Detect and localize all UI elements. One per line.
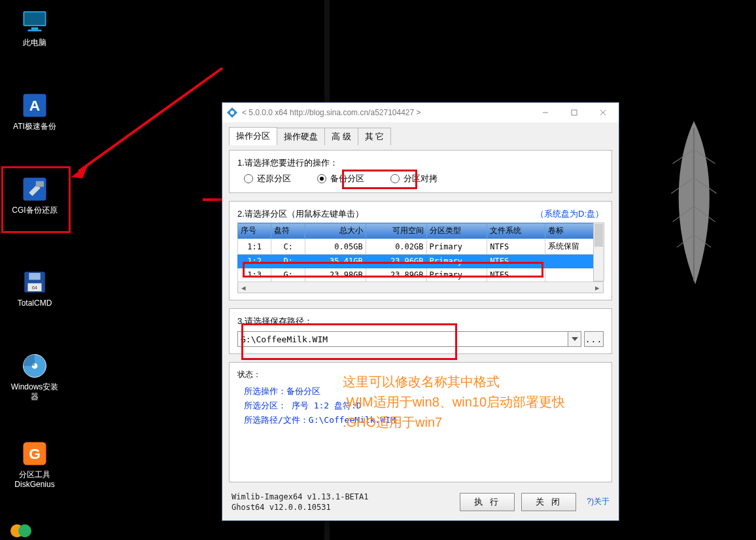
- svg-marker-28: [572, 337, 578, 341]
- th-fs[interactable]: 文件系统: [487, 223, 545, 239]
- maximize-button[interactable]: [560, 103, 589, 122]
- run-button[interactable]: 执 行: [460, 493, 515, 511]
- panel-operation: 1.请选择您要进行的操作： 还原分区 备份分区 分区对拷: [229, 150, 612, 193]
- svg-rect-3: [28, 29, 42, 31]
- annotation-highlight-selected-row: [243, 262, 543, 278]
- tab-other[interactable]: 其 它: [358, 128, 392, 145]
- window-title: < 5.0.0.0 x64 http://blog.sina.com.cn/a5…: [242, 108, 531, 117]
- svg-rect-9: [29, 273, 41, 280]
- titlebar[interactable]: < 5.0.0.0 x64 http://blog.sina.com.cn/a5…: [222, 103, 619, 122]
- letter-a-icon: A: [21, 92, 48, 119]
- th-index[interactable]: 序号: [238, 223, 271, 239]
- radio-restore[interactable]: 还原分区: [244, 173, 291, 185]
- browse-button[interactable]: ...: [584, 331, 604, 347]
- svg-marker-18: [72, 165, 88, 178]
- svg-text:A: A: [29, 97, 40, 114]
- desktop-icon-ati-backup[interactable]: A ATI极速备份: [9, 92, 60, 132]
- floppy-icon: 64: [21, 268, 48, 296]
- desktop-icon-label: ATI极速备份: [9, 122, 60, 132]
- app-icon: [226, 107, 238, 118]
- annotation-highlight-cgi-icon: [1, 166, 71, 233]
- desktop-icon-label: TotalCMD: [9, 298, 60, 308]
- partition-row[interactable]: 1:1 C: 0.05GB 0.02GB Primary NTFS 系统保留: [238, 239, 604, 255]
- desktop-icon-label: 分区工具 DiskGenius: [9, 470, 60, 490]
- svg-text:G: G: [29, 445, 41, 462]
- save-path-dropdown[interactable]: [568, 331, 581, 347]
- radio-label: 还原分区: [257, 173, 291, 185]
- tab-partition-ops[interactable]: 操作分区: [229, 127, 277, 145]
- close-button[interactable]: [589, 103, 617, 122]
- desktop-icon-totalcmd[interactable]: 64 TotalCMD: [9, 268, 60, 308]
- feather-decor: [658, 121, 730, 291]
- scroll-left-icon[interactable]: ◂: [238, 282, 249, 293]
- disc-icon: [21, 352, 48, 380]
- annotation-text: 这里可以修改名称其中格式 .WIM适用于win8、win10启动部署更快 .GH…: [343, 372, 565, 433]
- bottom-bar: Wimlib-Imagex64 v1.13.1-BETA1 Ghost64 v1…: [229, 486, 612, 515]
- partition-table-wrap: 序号 盘符 总大小 可用空间 分区类型 文件系统 卷标 1:1 C: 0.05G…: [237, 223, 604, 293]
- tab-advanced[interactable]: 高 级: [324, 128, 358, 145]
- annotation-highlight-backup-radio: [342, 170, 417, 189]
- svg-rect-25: [572, 110, 577, 115]
- desktop-icon-label: Windows安装器: [9, 382, 60, 402]
- close-button2[interactable]: 关 闭: [521, 493, 576, 511]
- panel-partition: 2.请选择分区（用鼠标左键单击） （系统盘为D:盘） 序号 盘符 总大小 可用空…: [229, 201, 612, 300]
- tab-disk-ops[interactable]: 操作硬盘: [277, 128, 325, 145]
- desktop-icon-this-pc[interactable]: 此电脑: [9, 8, 60, 48]
- chevron-down-icon: [572, 337, 578, 341]
- table-hscrollbar[interactable]: ◂ ▸: [237, 282, 604, 293]
- table-vscrollbar[interactable]: [593, 223, 604, 281]
- version-wimlib: Wimlib-Imagex64 v1.13.1-BETA1: [232, 492, 453, 502]
- taskbar-partial-icon: [9, 524, 35, 540]
- desktop-icon-label: 此电脑: [9, 38, 60, 48]
- th-ptype[interactable]: 分区类型: [426, 223, 487, 239]
- svg-point-23: [230, 111, 234, 115]
- cgi-backup-window: < 5.0.0.0 x64 http://blog.sina.com.cn/a5…: [222, 102, 619, 521]
- radio-dot-icon: [244, 174, 253, 183]
- svg-rect-2: [31, 27, 39, 30]
- annotation-highlight-save-path: [241, 323, 457, 360]
- svg-point-30: [18, 524, 31, 537]
- section1-label: 1.请选择您要进行的操作：: [237, 157, 604, 169]
- th-total[interactable]: 总大小: [305, 223, 366, 239]
- th-free[interactable]: 可用空间: [366, 223, 426, 239]
- desktop-icon-win-installer[interactable]: Windows安装器: [9, 352, 60, 402]
- th-drive[interactable]: 盘符: [271, 223, 305, 239]
- letter-g-icon: G: [21, 440, 48, 467]
- svg-line-17: [78, 68, 222, 171]
- svg-text:64: 64: [32, 285, 37, 290]
- version-ghost: Ghost64 v12.0.0.10531: [232, 502, 453, 513]
- svg-rect-1: [24, 12, 45, 25]
- radio-dot-icon: [317, 174, 326, 183]
- annotation-arrow-1: [65, 62, 229, 179]
- about-link[interactable]: ?)关于: [583, 496, 610, 507]
- tab-strip: 操作分区 操作硬盘 高 级 其 它: [229, 128, 612, 145]
- desktop-icon-diskgenius[interactable]: G 分区工具 DiskGenius: [9, 440, 60, 490]
- minimize-button[interactable]: [531, 103, 560, 122]
- scroll-right-icon[interactable]: ▸: [592, 282, 603, 293]
- monitor-icon: [21, 8, 48, 35]
- section2-label: 2.请选择分区（用鼠标左键单击）: [237, 208, 364, 220]
- system-drive-hint: （系统盘为D:盘）: [536, 208, 604, 220]
